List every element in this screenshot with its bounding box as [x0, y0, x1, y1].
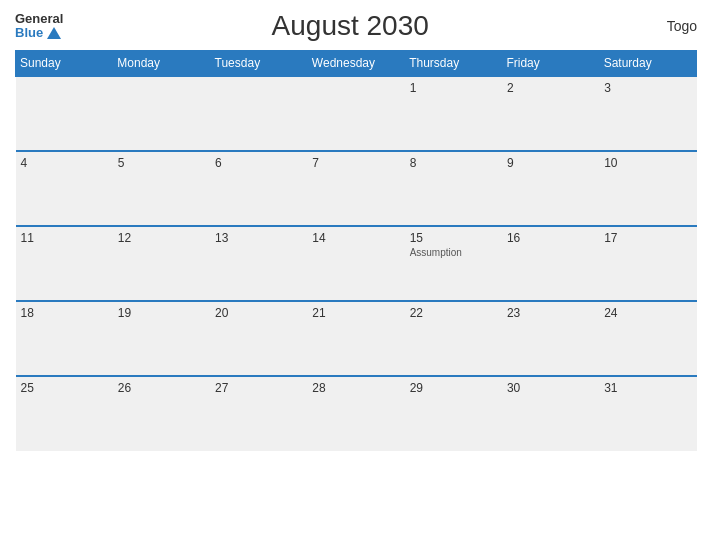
day-cell: 4: [16, 151, 113, 226]
country-label: Togo: [637, 18, 697, 34]
day-cell: 25: [16, 376, 113, 451]
day-number: 21: [312, 306, 399, 320]
day-cell: [16, 76, 113, 151]
day-cell: 8: [405, 151, 502, 226]
day-number: 4: [21, 156, 108, 170]
day-cell: 10: [599, 151, 696, 226]
weekday-header-monday: Monday: [113, 51, 210, 77]
day-number: 22: [410, 306, 497, 320]
logo-triangle-icon: [47, 27, 61, 39]
day-cell: 19: [113, 301, 210, 376]
day-cell: 2: [502, 76, 599, 151]
day-cell: 7: [307, 151, 404, 226]
logo: General Blue: [15, 12, 63, 41]
week-row-4: 25262728293031: [16, 376, 697, 451]
day-number: 24: [604, 306, 691, 320]
day-number: 27: [215, 381, 302, 395]
day-cell: 13: [210, 226, 307, 301]
day-cell: 26: [113, 376, 210, 451]
weekday-header-sunday: Sunday: [16, 51, 113, 77]
day-number: 6: [215, 156, 302, 170]
day-number: 25: [21, 381, 108, 395]
calendar-table: SundayMondayTuesdayWednesdayThursdayFrid…: [15, 50, 697, 451]
day-number: 11: [21, 231, 108, 245]
day-cell: 20: [210, 301, 307, 376]
day-cell: [113, 76, 210, 151]
day-number: 9: [507, 156, 594, 170]
week-row-3: 18192021222324: [16, 301, 697, 376]
day-cell: 27: [210, 376, 307, 451]
day-cell: 5: [113, 151, 210, 226]
logo-general-text: General: [15, 12, 63, 26]
day-number: 3: [604, 81, 691, 95]
day-number: 14: [312, 231, 399, 245]
day-cell: 6: [210, 151, 307, 226]
weekday-header-thursday: Thursday: [405, 51, 502, 77]
calendar-header: General Blue August 2030 Togo: [15, 10, 697, 42]
day-cell: [210, 76, 307, 151]
day-cell: 17: [599, 226, 696, 301]
day-cell: 11: [16, 226, 113, 301]
day-number: 19: [118, 306, 205, 320]
day-number: 23: [507, 306, 594, 320]
day-cell: 22: [405, 301, 502, 376]
weekday-header-tuesday: Tuesday: [210, 51, 307, 77]
day-cell: 3: [599, 76, 696, 151]
weekday-header-wednesday: Wednesday: [307, 51, 404, 77]
day-cell: 1: [405, 76, 502, 151]
day-number: 26: [118, 381, 205, 395]
day-number: 31: [604, 381, 691, 395]
logo-blue-text: Blue: [15, 26, 43, 40]
day-cell: 31: [599, 376, 696, 451]
day-number: 18: [21, 306, 108, 320]
day-cell: 16: [502, 226, 599, 301]
week-row-1: 45678910: [16, 151, 697, 226]
day-cell: 21: [307, 301, 404, 376]
day-cell: 29: [405, 376, 502, 451]
day-cell: 9: [502, 151, 599, 226]
calendar-container: General Blue August 2030 Togo SundayMond…: [0, 0, 712, 550]
day-cell: 28: [307, 376, 404, 451]
day-number: 17: [604, 231, 691, 245]
day-number: 29: [410, 381, 497, 395]
day-cell: 30: [502, 376, 599, 451]
week-row-2: 1112131415Assumption1617: [16, 226, 697, 301]
day-number: 7: [312, 156, 399, 170]
day-number: 8: [410, 156, 497, 170]
day-cell: 14: [307, 226, 404, 301]
calendar-tbody: 123456789101112131415Assumption161718192…: [16, 76, 697, 451]
day-number: 28: [312, 381, 399, 395]
day-event: Assumption: [410, 247, 497, 258]
day-cell: 24: [599, 301, 696, 376]
day-cell: 18: [16, 301, 113, 376]
weekday-header-row: SundayMondayTuesdayWednesdayThursdayFrid…: [16, 51, 697, 77]
day-number: 1: [410, 81, 497, 95]
day-number: 12: [118, 231, 205, 245]
day-number: 2: [507, 81, 594, 95]
calendar-thead: SundayMondayTuesdayWednesdayThursdayFrid…: [16, 51, 697, 77]
day-cell: 23: [502, 301, 599, 376]
day-cell: 15Assumption: [405, 226, 502, 301]
weekday-header-saturday: Saturday: [599, 51, 696, 77]
day-number: 30: [507, 381, 594, 395]
day-number: 20: [215, 306, 302, 320]
day-number: 13: [215, 231, 302, 245]
day-cell: 12: [113, 226, 210, 301]
day-cell: [307, 76, 404, 151]
weekday-header-friday: Friday: [502, 51, 599, 77]
day-number: 15: [410, 231, 497, 245]
day-number: 5: [118, 156, 205, 170]
day-number: 16: [507, 231, 594, 245]
month-title: August 2030: [63, 10, 637, 42]
week-row-0: 123: [16, 76, 697, 151]
day-number: 10: [604, 156, 691, 170]
